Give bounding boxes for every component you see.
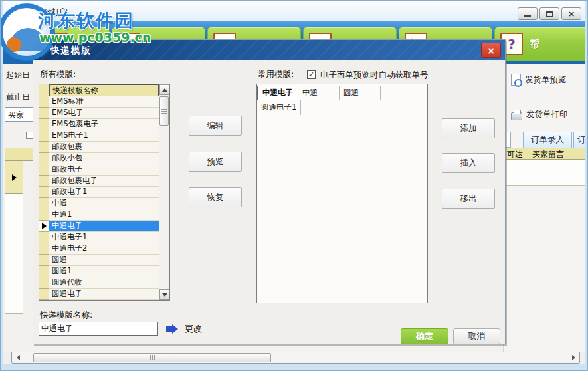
dialog-title: 快递模版: [50, 45, 92, 57]
indicator-header-cell: [39, 84, 49, 96]
window-title: 极致打印: [36, 7, 68, 18]
template-row[interactable]: EMS电子: [39, 108, 159, 119]
background-row-indicator: [5, 161, 23, 194]
vertical-scrollbar[interactable]: [159, 84, 169, 300]
scroll-left-button[interactable]: [12, 352, 24, 363]
template-row[interactable]: 中通电子2: [39, 243, 159, 255]
restore-button[interactable]: 恢复: [189, 187, 242, 207]
common-template-item-active[interactable]: 中通电子: [257, 86, 298, 100]
common-template-item[interactable]: 圆通: [340, 86, 381, 100]
insert-button[interactable]: 插入: [442, 153, 495, 173]
printer-icon: [511, 112, 522, 120]
right-panel: [503, 64, 587, 352]
common-templates-list: 中通电子 中通 圆通 圆通电子1: [256, 84, 428, 303]
window-titlebar: 极致打印 ×: [3, 1, 587, 21]
all-templates-label: 所有模版:: [40, 69, 76, 80]
dialog-titlebar[interactable]: 快递模版 ×: [33, 40, 505, 60]
template-grid: 快递模板名称 EMS标准 EMS电子 EMS包裹电子 EMS电子1 邮政包裹 邮…: [39, 84, 170, 301]
grid-header-row: 快递模板名称: [39, 84, 159, 96]
preview-button[interactable]: 预览: [189, 152, 242, 172]
template-row[interactable]: 邮政电子1: [39, 187, 159, 198]
dialog-close-button[interactable]: ×: [481, 43, 501, 58]
shipping-print-button[interactable]: 发货单打印: [511, 109, 568, 120]
template-row[interactable]: EMS包裹电子: [39, 119, 159, 130]
template-row[interactable]: 邮政电子: [39, 164, 159, 176]
add-button[interactable]: 添加: [442, 118, 495, 138]
change-link[interactable]: 更改: [185, 323, 202, 335]
maximize-icon: [546, 11, 553, 17]
remove-button[interactable]: 移出: [442, 189, 495, 209]
app-window: 极致打印 × 基础设置 打印记录 数据统计 功能扩展: [0, 0, 588, 371]
horizontal-scrollbar[interactable]: [11, 352, 580, 364]
column-header-buyer-message[interactable]: 买家留言: [530, 148, 588, 160]
template-row[interactable]: 邮政小包: [39, 153, 159, 164]
window-frame-right: [585, 1, 587, 371]
blue-arrow-icon: [166, 324, 178, 334]
template-row[interactable]: 圆通1: [39, 266, 159, 277]
template-row[interactable]: 圆通代收: [39, 277, 159, 289]
close-icon: ×: [568, 9, 575, 18]
close-window-button[interactable]: ×: [561, 7, 581, 20]
window-frame-left: [1, 1, 3, 371]
minimize-button[interactable]: [518, 7, 538, 20]
column-header-reachable[interactable]: 可达: [504, 148, 530, 160]
scroll-up-button[interactable]: [159, 84, 169, 95]
template-row[interactable]: 邮政包裹电子: [39, 176, 159, 187]
template-row[interactable]: EMS标准: [39, 96, 159, 108]
maximize-button[interactable]: [539, 7, 559, 20]
shipping-preview-button[interactable]: 发货单预览: [511, 74, 567, 86]
background-order-grid: 可达 买家留言: [504, 148, 588, 186]
auto-number-checkbox-label[interactable]: 电子面单预览时自动获取单号: [320, 70, 429, 81]
template-row[interactable]: 中通1: [39, 209, 159, 221]
common-templates-label: 常用模版:: [258, 69, 294, 80]
app-icon: [23, 8, 31, 15]
edit-button[interactable]: 编辑: [189, 116, 242, 136]
template-row[interactable]: EMS电子1: [39, 130, 159, 142]
grid-cell: [504, 160, 530, 186]
ok-button[interactable]: 确定: [401, 328, 448, 344]
start-date-label: 起始日: [6, 70, 30, 81]
end-date-label: 截止日: [6, 92, 30, 103]
common-template-item[interactable]: 圆通电子1: [257, 100, 301, 115]
scrollbar-thumb[interactable]: [159, 96, 169, 126]
template-row-selected[interactable]: 中通电子: [39, 221, 159, 232]
template-row[interactable]: 圆通: [39, 255, 159, 266]
template-row[interactable]: 圆通电子: [39, 289, 159, 300]
document-magnifier-icon: [511, 74, 521, 86]
grid-header[interactable]: 快递模板名称: [49, 84, 159, 96]
template-name-label: 快递模版名称:: [40, 310, 92, 321]
scroll-right-button[interactable]: [567, 352, 579, 363]
scroll-down-button[interactable]: [159, 289, 169, 300]
tab-order-entry[interactable]: 订单录入: [523, 132, 572, 148]
toolbar-button-help[interactable]: ? 帮 助: [494, 27, 587, 61]
template-row[interactable]: 中通: [39, 198, 159, 209]
window-frame-bottom: [1, 364, 588, 371]
background-grid-cell: [5, 194, 23, 314]
scrollbar-thumb[interactable]: [33, 353, 271, 362]
template-name-input[interactable]: [39, 322, 158, 336]
grid-cell: [530, 160, 588, 186]
minimize-icon: [524, 15, 531, 17]
common-template-item[interactable]: 中通: [298, 86, 340, 100]
auto-number-checkbox[interactable]: ✓: [307, 70, 316, 79]
template-row[interactable]: 中通电子1: [39, 232, 159, 243]
template-row[interactable]: 邮政包裹: [39, 142, 159, 153]
scrollbar-track[interactable]: [159, 95, 169, 289]
cancel-button[interactable]: 取消: [453, 328, 500, 344]
express-template-dialog: 快递模版 × 所有模版: 快递模板名称 EMS标准 EMS电子 EMS包裹电子 …: [33, 39, 506, 344]
row-indicator-icon: [42, 223, 47, 229]
